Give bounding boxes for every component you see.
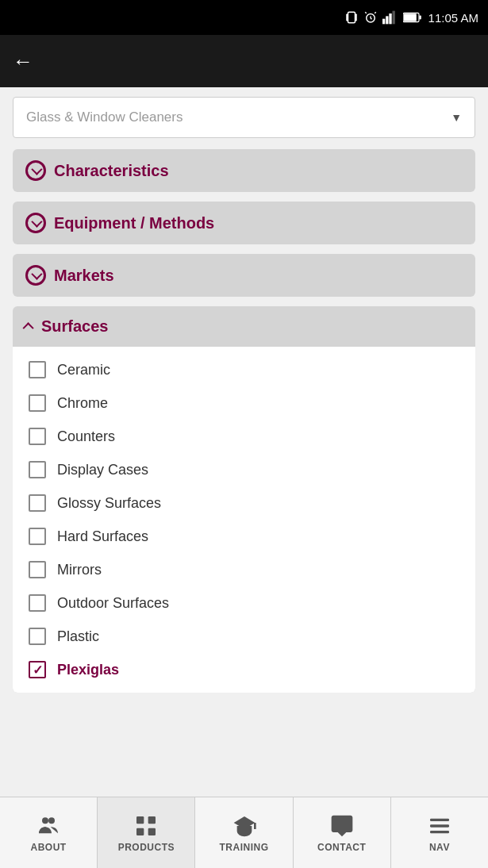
list-item[interactable]: Hard Surfaces <box>13 520 475 553</box>
chrome-checkbox[interactable] <box>29 394 46 412</box>
svg-point-15 <box>42 817 48 824</box>
list-item[interactable]: Mirrors <box>13 553 475 586</box>
svg-point-16 <box>48 817 55 824</box>
hard-surfaces-checkbox[interactable] <box>29 528 46 545</box>
surfaces-section-title: Surfaces <box>41 317 109 336</box>
chat-icon <box>329 813 355 839</box>
nav-item-about[interactable]: ABOUT <box>0 797 98 868</box>
status-bar: 11:05 AM <box>0 0 488 35</box>
surfaces-toggle-icon <box>25 323 33 331</box>
main-content: Glass & Window Cleaners ▼ Characteristic… <box>0 87 488 797</box>
list-item[interactable]: Outdoor Surfaces <box>13 586 475 620</box>
nav-item-products[interactable]: PRODUCTS <box>98 797 195 868</box>
list-item[interactable]: Glossy Surfaces <box>13 486 475 520</box>
nav-label-about: ABOUT <box>31 842 67 853</box>
outdoor-surfaces-label: Outdoor Surfaces <box>57 595 169 612</box>
list-item[interactable]: Plexiglas <box>13 653 475 686</box>
plastic-checkbox[interactable] <box>29 628 46 645</box>
hard-surfaces-label: Hard Surfaces <box>57 528 148 545</box>
nav-item-nav[interactable]: NAV <box>391 797 488 868</box>
svg-rect-13 <box>403 13 416 21</box>
counters-checkbox[interactable] <box>29 428 46 445</box>
mirrors-checkbox[interactable] <box>29 561 46 578</box>
surfaces-section: Surfaces Ceramic Chrome Counters Display… <box>13 306 475 693</box>
display-cases-checkbox[interactable] <box>29 461 46 478</box>
nav-label-training: TRAINING <box>220 842 269 853</box>
back-button[interactable]: ← <box>13 49 33 74</box>
svg-rect-24 <box>430 831 449 833</box>
markets-toggle-icon <box>25 265 46 286</box>
glossy-surfaces-label: Glossy Surfaces <box>57 495 161 512</box>
characteristics-section-title: Characteristics <box>54 162 169 180</box>
bottom-nav: ABOUT PRODUCTS TRAINING CONTACT <box>0 797 488 868</box>
time-display: 11:05 AM <box>428 11 478 25</box>
svg-rect-9 <box>386 16 388 24</box>
plastic-label: Plastic <box>57 628 99 645</box>
svg-rect-20 <box>148 828 156 835</box>
svg-line-7 <box>375 12 376 13</box>
list-item[interactable]: Chrome <box>13 386 475 420</box>
status-icons <box>344 10 422 25</box>
counters-label: Counters <box>57 428 115 445</box>
display-cases-label: Display Cases <box>57 462 148 478</box>
svg-line-6 <box>365 12 367 13</box>
svg-rect-8 <box>382 19 385 25</box>
equipment-methods-section-header[interactable]: Equipment / Methods <box>13 202 475 244</box>
list-item[interactable]: Display Cases <box>13 453 475 486</box>
plexiglas-label: Plexiglas <box>57 662 119 678</box>
nav-item-contact[interactable]: CONTACT <box>294 797 391 868</box>
svg-rect-19 <box>136 828 144 835</box>
dropdown-selected-value: Glass & Window Cleaners <box>26 109 183 125</box>
nav-label-contact: CONTACT <box>317 842 366 853</box>
nav-label-products: PRODUCTS <box>118 842 175 853</box>
svg-rect-14 <box>419 16 421 20</box>
plexiglas-checkbox[interactable] <box>29 661 46 678</box>
svg-rect-23 <box>430 824 449 827</box>
surfaces-section-header[interactable]: Surfaces <box>13 306 475 347</box>
menu-icon <box>427 813 452 839</box>
grid-icon <box>133 813 159 839</box>
svg-rect-2 <box>348 12 355 23</box>
markets-section-title: Markets <box>54 267 114 285</box>
top-nav-bar: ← <box>0 35 488 87</box>
surfaces-checkbox-list: Ceramic Chrome Counters Display Cases Gl… <box>13 347 475 693</box>
svg-rect-22 <box>430 818 449 820</box>
chrome-label: Chrome <box>57 395 108 412</box>
list-item[interactable]: Plastic <box>13 620 475 653</box>
people-icon <box>36 813 61 839</box>
equipment-methods-toggle-icon <box>25 213 46 233</box>
dropdown-arrow-icon: ▼ <box>451 111 462 124</box>
svg-rect-11 <box>392 11 394 25</box>
outdoor-surfaces-checkbox[interactable] <box>29 594 46 612</box>
list-item[interactable]: Ceramic <box>13 353 475 386</box>
svg-rect-10 <box>389 13 391 24</box>
characteristics-toggle-icon <box>25 160 46 181</box>
markets-section-header[interactable]: Markets <box>13 254 475 297</box>
list-item[interactable]: Counters <box>13 420 475 453</box>
ceramic-checkbox[interactable] <box>29 361 46 378</box>
graduation-icon <box>232 813 257 839</box>
category-dropdown[interactable]: Glass & Window Cleaners ▼ <box>13 97 475 138</box>
mirrors-label: Mirrors <box>57 562 102 578</box>
equipment-methods-section-title: Equipment / Methods <box>54 214 214 232</box>
ceramic-label: Ceramic <box>57 362 110 378</box>
svg-rect-17 <box>136 816 144 824</box>
svg-line-5 <box>371 18 372 20</box>
characteristics-section-header[interactable]: Characteristics <box>13 149 475 192</box>
glossy-surfaces-checkbox[interactable] <box>29 494 46 512</box>
svg-rect-18 <box>148 816 156 824</box>
nav-item-training[interactable]: TRAINING <box>195 797 293 868</box>
nav-label-nav: NAV <box>429 842 450 853</box>
